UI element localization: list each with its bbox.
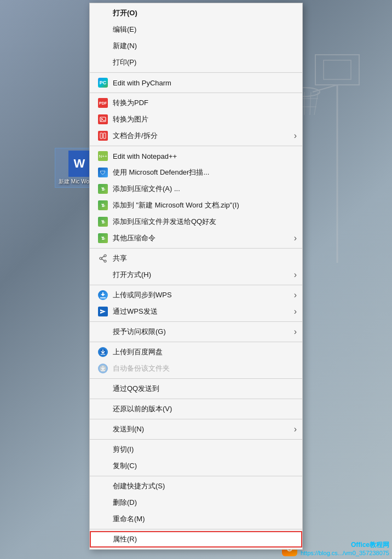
restore-icon <box>97 404 108 414</box>
menu-defender-label: 使用 Microsoft Defender扫描... <box>113 168 293 177</box>
menu-item-send-qq[interactable]: 通过QQ发送到 <box>90 381 302 397</box>
menu-item-zip-qq[interactable]: 🗜 添加到压缩文件并发送给QQ好友 <box>90 214 302 230</box>
menu-item-cut[interactable]: 剪切(I) <box>90 441 302 458</box>
menu-merge-label: 文档合并/拆分 <box>113 131 293 141</box>
separator-7 <box>90 342 302 342</box>
menu-item-share[interactable]: 共享 <box>90 250 302 267</box>
wps-send-icon <box>97 306 108 317</box>
menu-item-properties[interactable]: 属性(R) <box>90 531 302 548</box>
open-with-icon <box>97 269 108 280</box>
menu-rename-label: 重命名(M) <box>113 514 293 524</box>
menu-item-rename[interactable]: 重命名(M) <box>90 511 302 527</box>
svg-rect-0 <box>315 55 359 85</box>
word-file-icon <box>68 151 90 177</box>
menu-item-wps-send[interactable]: 通过WPS发送 <box>90 303 302 320</box>
separator-2 <box>90 93 302 93</box>
print-icon <box>97 57 108 68</box>
menu-item-merge[interactable]: 文档合并/拆分 <box>90 128 302 144</box>
menu-zip1-label: 添加到压缩文件(A) ... <box>113 184 293 194</box>
menu-new-label: 新建(N) <box>113 41 293 51</box>
baidu-upload-icon <box>97 347 108 358</box>
menu-edit-label: 编辑(E) <box>113 25 293 34</box>
menu-item-shortcut[interactable]: 创建快捷方式(S) <box>90 478 302 494</box>
svg-point-16 <box>104 255 106 257</box>
separator-1 <box>90 72 302 73</box>
menu-restore-label: 还原以前的版本(V) <box>113 404 293 414</box>
separator-13 <box>90 529 302 529</box>
menu-item-open-with[interactable]: 打开方式(H) <box>90 267 302 283</box>
shortcut-icon <box>97 481 108 492</box>
menu-item-defender[interactable]: 🛡 使用 Microsoft Defender扫描... <box>90 164 302 181</box>
svg-point-17 <box>100 257 102 260</box>
properties-icon <box>97 534 108 545</box>
menu-item-baidu-upload[interactable]: 上传到百度网盘 <box>90 344 302 360</box>
menu-topdf-label: 转换为PDF <box>113 98 293 108</box>
menu-properties-label: 属性(R) <box>113 534 293 544</box>
zip-qq-icon: 🗜 <box>97 216 108 227</box>
menu-item-copy[interactable]: 复制(C) <box>90 458 302 474</box>
menu-send-qq-label: 通过QQ发送到 <box>113 384 293 394</box>
new-icon <box>97 41 108 51</box>
separator-8 <box>90 378 302 379</box>
open-icon <box>97 8 108 19</box>
menu-zip-more-label: 其他压缩命令 <box>113 233 293 243</box>
menu-cut-label: 剪切(I) <box>113 445 293 454</box>
menu-notepad-label: Edit with Notepad++ <box>113 152 293 160</box>
menu-print-label: 打印(P) <box>113 57 293 67</box>
menu-item-restore[interactable]: 还原以前的版本(V) <box>90 401 302 417</box>
menu-delete-label: 删除(D) <box>113 498 293 508</box>
menu-open-label: 打开(O) <box>113 8 293 18</box>
separator-10 <box>90 419 302 419</box>
menu-item-edit[interactable]: 编辑(E) <box>90 21 302 38</box>
menu-baidu-upload-label: 上传到百度网盘 <box>113 347 293 357</box>
edit-icon <box>97 24 108 35</box>
menu-open-with-label: 打开方式(H) <box>113 270 293 280</box>
menu-zip2-label: 添加到 "新建 Microsoft Word 文档.zip"(I) <box>113 200 293 210</box>
svg-line-19 <box>102 256 104 258</box>
menu-item-pycharm[interactable]: PC Edit with PyCharm <box>90 74 302 91</box>
svg-rect-14 <box>100 133 102 139</box>
svg-line-8 <box>310 92 311 115</box>
zip2-icon: 🗜 <box>97 200 108 211</box>
access-icon <box>97 326 108 337</box>
menu-item-access[interactable]: 授予访问权限(G) <box>90 324 302 340</box>
share-icon <box>97 253 108 264</box>
separator-6 <box>90 321 302 322</box>
separator-9 <box>90 399 302 399</box>
menu-item-delete[interactable]: 删除(D) <box>90 494 302 511</box>
menu-wps-send-label: 通过WPS发送 <box>113 307 293 316</box>
menu-copy-label: 复制(C) <box>113 461 293 471</box>
separator-12 <box>90 476 302 476</box>
rename-icon <box>97 514 108 525</box>
menu-item-send-to[interactable]: 发送到(N) <box>90 421 302 437</box>
svg-rect-1 <box>324 60 351 79</box>
menu-send-to-label: 发送到(N) <box>113 424 293 434</box>
menu-shortcut-label: 创建快捷方式(S) <box>113 481 293 491</box>
zip-more-icon: 🗜 <box>97 233 108 244</box>
menu-item-wps-upload[interactable]: 上传或同步到WPS <box>90 287 302 303</box>
cut-icon <box>97 444 108 455</box>
send-to-icon <box>97 424 108 435</box>
svg-rect-15 <box>103 133 106 139</box>
menu-item-zip2[interactable]: 🗜 添加到 "新建 Microsoft Word 文档.zip"(I) <box>90 197 302 214</box>
pycharm-icon: PC <box>97 77 108 88</box>
menu-pycharm-label: Edit with PyCharm <box>113 79 293 87</box>
send-qq-icon <box>97 383 108 394</box>
merge-icon <box>97 130 108 141</box>
menu-item-zip1[interactable]: 🗜 添加到压缩文件(A) ... <box>90 181 302 197</box>
pdf-icon: PDF <box>97 97 108 108</box>
watermark-site: Office教程网 <box>351 540 389 550</box>
menu-item-toimg[interactable]: 转换为图片 <box>90 111 302 128</box>
menu-item-new[interactable]: 新建(N) <box>90 38 302 54</box>
svg-line-4 <box>313 85 337 92</box>
menu-item-zip-more[interactable]: 🗜 其他压缩命令 <box>90 230 302 246</box>
defender-icon: 🛡 <box>97 167 108 178</box>
menu-item-print[interactable]: 打印(P) <box>90 54 302 71</box>
menu-item-open[interactable]: 打开(O) <box>90 5 302 21</box>
menu-zip-qq-label: 添加到压缩文件并发送给QQ好友 <box>113 217 293 227</box>
menu-item-topdf[interactable]: PDF 转换为PDF <box>90 95 302 111</box>
menu-item-baidu-backup: 自动备份该文件夹 <box>90 360 302 377</box>
menu-toimg-label: 转换为图片 <box>113 114 293 124</box>
baidu-backup-icon <box>97 363 108 374</box>
menu-item-notepad[interactable]: N++ Edit with Notepad++ <box>90 148 302 164</box>
